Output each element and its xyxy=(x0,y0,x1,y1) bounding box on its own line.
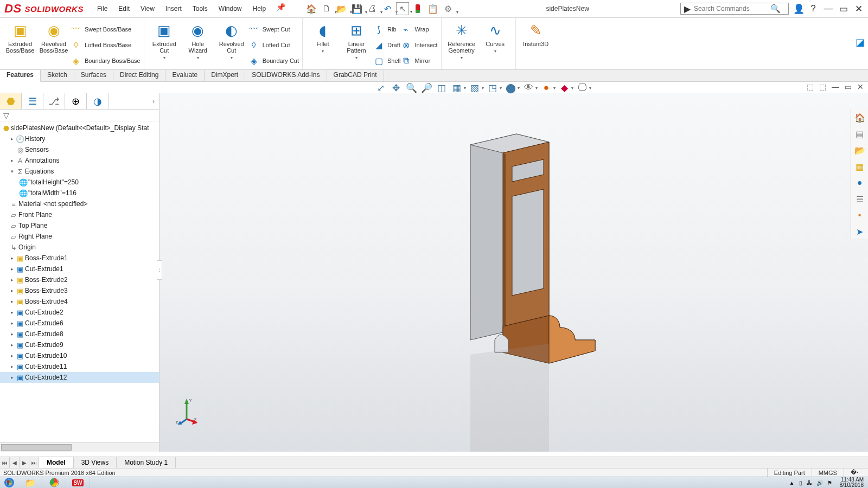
graphics-viewport[interactable]: Y x z xyxy=(159,93,868,452)
boundary-boss-button[interactable]: ◈Boundary Boss/Base xyxy=(71,54,141,68)
tree-feature[interactable]: ▸▣Boss-Extrude4 xyxy=(0,296,159,307)
draft-button[interactable]: ◢Draft xyxy=(373,38,400,52)
tree-feature[interactable]: ▸▣Cut-Extrude1 xyxy=(0,264,159,274)
instant3d-button[interactable]: ✎ Instant3D xyxy=(519,19,553,47)
apply-scene-icon[interactable]: ● xyxy=(540,81,553,94)
ribbon-collapse-icon[interactable]: ◪ xyxy=(856,36,865,48)
tab-evaluate[interactable]: Evaluate xyxy=(165,70,205,81)
tray-up-icon[interactable]: ▲ xyxy=(789,480,795,486)
print-icon[interactable]: 🖨▾ xyxy=(366,2,379,15)
menu-file[interactable]: File xyxy=(92,3,112,15)
select-icon[interactable]: ↖▾ xyxy=(396,2,409,15)
tray-action-icon[interactable]: ⚑ xyxy=(827,480,832,486)
menu-tools[interactable]: Tools xyxy=(188,3,213,15)
tray-volume-icon[interactable]: 🔊 xyxy=(816,480,823,486)
zoom-prev-icon[interactable]: 🔍 xyxy=(405,81,418,94)
zoom-window-icon[interactable]: 🔎 xyxy=(420,81,433,94)
extruded-cut-button[interactable]: ▣ Extruded Cut▾ xyxy=(148,19,181,68)
wrap-button[interactable]: ⌁Wrap xyxy=(400,22,437,36)
hide-show-icon[interactable]: ◳ xyxy=(486,81,499,94)
zoom-fit-icon[interactable]: ⤢ xyxy=(374,81,387,94)
tree-sensors[interactable]: ◎Sensors xyxy=(0,144,159,155)
intersect-button[interactable]: ⊗Intersect xyxy=(400,38,437,52)
rib-button[interactable]: ⟆Rib xyxy=(373,22,400,36)
tree-feature[interactable]: ▸▣Cut-Extrude2 xyxy=(0,307,159,318)
edit-appearance-icon[interactable]: ⬤ xyxy=(504,81,517,94)
property-manager-tab[interactable]: ☰ xyxy=(22,93,43,109)
view-tab-prev-icon[interactable]: ◀ xyxy=(10,457,20,468)
view-scene-icon[interactable]: 👁 xyxy=(522,81,535,94)
view-orientation-icon[interactable]: ▦ xyxy=(450,81,463,94)
tree-right-plane[interactable]: ▱Right Plane xyxy=(0,231,159,242)
task-properties-icon[interactable]: ☰ xyxy=(853,192,867,206)
rebuild-icon[interactable] xyxy=(411,2,424,15)
fillet-button[interactable]: ◖ Fillet▾ xyxy=(306,19,340,68)
tree-feature[interactable]: ▸▣Cut-Extrude8 xyxy=(0,329,159,339)
linear-pattern-button[interactable]: ⊞ Linear Pattern▾ xyxy=(340,19,373,68)
new-icon[interactable]: 🗋▾ xyxy=(320,2,333,15)
doc-maximize-icon[interactable]: ▭ xyxy=(845,82,852,91)
status-custom-icon[interactable]: �· xyxy=(844,468,865,477)
tree-feature[interactable]: ▸▣Cut-Extrude11 xyxy=(0,361,159,372)
tab-features[interactable]: Features xyxy=(0,70,41,82)
view-tab-last-icon[interactable]: ⏭ xyxy=(29,457,39,468)
reference-geometry-button[interactable]: ✳ Reference Geometry▾ xyxy=(445,19,478,61)
tree-annotations[interactable]: ▸AAnnotations xyxy=(0,155,159,166)
start-button[interactable] xyxy=(0,477,18,489)
tree-top-plane[interactable]: ▱Top Plane xyxy=(0,220,159,231)
shell-button[interactable]: ▢Shell xyxy=(373,54,400,68)
task-home-icon[interactable]: 🏠 xyxy=(853,111,867,125)
orientation-triad[interactable]: Y x z xyxy=(176,397,197,425)
swept-boss-button[interactable]: 〰Swept Boss/Base xyxy=(71,22,141,36)
menu-insert[interactable]: Insert xyxy=(161,3,187,15)
tab-direct-editing[interactable]: Direct Editing xyxy=(113,70,165,81)
tree-feature[interactable]: ▸▣Boss-Extrude1 xyxy=(0,253,159,264)
tree-material[interactable]: ≡Material <not specified> xyxy=(0,198,159,209)
view-tab-model[interactable]: Model xyxy=(39,457,74,468)
tree-filter-icon[interactable]: ▽ xyxy=(0,110,159,121)
tree-feature[interactable]: ▸▣Boss-Extrude3 xyxy=(0,285,159,296)
configuration-tab[interactable]: ⎇ xyxy=(43,93,65,109)
tree-origin[interactable]: ↳Origin xyxy=(0,242,159,253)
tray-battery-icon[interactable]: ▯ xyxy=(799,480,802,486)
revolved-cut-button[interactable]: ◐ Revolved Cut▾ xyxy=(215,19,248,68)
pin-icon[interactable]: 📌 xyxy=(276,3,285,15)
lofted-cut-button[interactable]: ◊Lofted Cut xyxy=(248,38,299,52)
panel-overflow-icon[interactable]: › xyxy=(108,93,159,109)
status-units[interactable]: MMGS xyxy=(812,468,844,477)
view-settings-icon[interactable]: ◆ xyxy=(558,81,571,94)
view-tab-3dviews[interactable]: 3D Views xyxy=(74,457,117,468)
menu-window[interactable]: Window xyxy=(214,3,247,15)
tree-eq-1[interactable]: 🌐"totalHeight"=250 xyxy=(0,177,159,188)
doc-minimize-icon[interactable]: — xyxy=(832,82,839,91)
tree-feature[interactable]: ▸▣Cut-Extrude9 xyxy=(0,339,159,350)
taskbar-chrome[interactable] xyxy=(42,477,66,489)
task-view-palette-icon[interactable]: ▦ xyxy=(853,159,867,174)
tab-dimxpert[interactable]: DimXpert xyxy=(205,70,245,81)
tab-sketch[interactable]: Sketch xyxy=(41,70,74,81)
doc-restore-right-icon[interactable]: ⬚ xyxy=(819,82,826,91)
lofted-boss-button[interactable]: ◊Lofted Boss/Base xyxy=(71,38,141,52)
feature-tree-tab[interactable]: ⬣ xyxy=(0,93,22,109)
help-icon[interactable]: ? xyxy=(808,3,818,14)
tree-equations[interactable]: ▾ΣEquations xyxy=(0,166,159,177)
tree-scrollbar[interactable] xyxy=(0,442,159,452)
search-input[interactable] xyxy=(694,5,767,12)
tree-feature[interactable]: ▸▣Cut-Extrude6 xyxy=(0,318,159,329)
tree-feature[interactable]: ▸▣Cut-Extrude10 xyxy=(0,350,159,361)
task-forum-icon[interactable]: • xyxy=(853,208,867,222)
search-go-icon[interactable]: 🔍 xyxy=(767,4,783,14)
doc-restore-left-icon[interactable]: ⬚ xyxy=(807,82,814,91)
tree-feature[interactable]: ▸▣Boss-Extrude2 xyxy=(0,274,159,285)
screen-icon[interactable]: 🖵 xyxy=(576,81,589,94)
display-style-icon[interactable]: ▧ xyxy=(468,81,481,94)
user-icon[interactable]: 👤 xyxy=(793,3,803,15)
doc-close-icon[interactable]: ✕ xyxy=(857,82,864,91)
settings-icon[interactable]: ⚙▾ xyxy=(442,2,455,15)
options-list-icon[interactable]: 📋 xyxy=(426,2,439,15)
menu-help[interactable]: Help xyxy=(248,3,271,15)
task-library-icon[interactable]: 📂 xyxy=(853,143,867,157)
search-scope-icon[interactable]: ▶ xyxy=(681,4,694,14)
mirror-button[interactable]: ⧉Mirror xyxy=(400,54,437,68)
tray-network-icon[interactable]: 🖧 xyxy=(807,480,812,486)
